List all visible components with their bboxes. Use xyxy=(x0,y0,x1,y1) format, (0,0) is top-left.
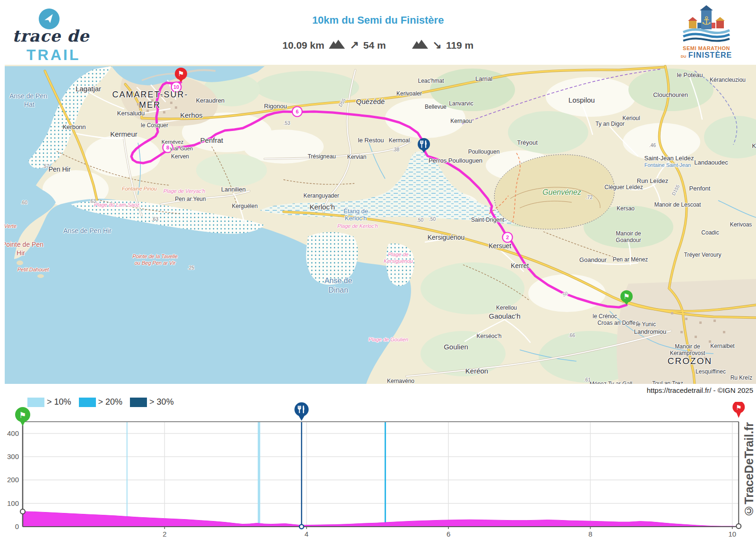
y-tick: 0 xyxy=(15,522,19,530)
svg-text:⚑: ⚑ xyxy=(178,69,184,78)
svg-text:10: 10 xyxy=(173,84,179,90)
svg-text:8: 8 xyxy=(166,145,169,150)
event-logo-line3: FINISTÈRE xyxy=(688,51,732,59)
km-marker-8: 8 xyxy=(163,143,173,153)
x-tick: 8 xyxy=(588,530,592,538)
km-marker-10: 10 xyxy=(172,82,181,92)
event-logo-art: ⚓ xyxy=(680,4,732,43)
event-logo-du: DU xyxy=(681,54,687,59)
descent-value: 119 m xyxy=(446,40,473,51)
event-logo-line1: SEMI MARATHON xyxy=(680,45,732,51)
ascent-arrow-icon: ↗ xyxy=(350,39,359,52)
x-tick: 4 xyxy=(305,530,309,538)
svg-text:⚑: ⚑ xyxy=(736,404,742,411)
svg-text:⚑: ⚑ xyxy=(623,292,629,300)
svg-text:⚑: ⚑ xyxy=(19,411,26,420)
semi-marathon-finistere-logo: ⚓ SEMI MARATHON DU FINISTÈRE xyxy=(680,4,732,63)
mountain-icon xyxy=(412,39,429,52)
elevation-area xyxy=(23,512,739,527)
svg-text:⚓: ⚓ xyxy=(701,14,712,27)
mountain-icon xyxy=(328,39,345,52)
y-tick: 400 xyxy=(7,429,19,437)
map-attribution: https://tracedetrail.fr/ - ©IGN 2025 xyxy=(647,386,753,394)
chart-start-flag: ⚑ xyxy=(15,407,30,426)
x-tick: 10 xyxy=(728,530,736,538)
svg-text:2: 2 xyxy=(506,234,509,240)
y-tick: 300 xyxy=(7,452,19,460)
x-tick: 6 xyxy=(447,530,450,538)
distance-value: 10.09 km xyxy=(283,40,325,51)
page-title: 10km du Semi du Finistère xyxy=(0,14,756,26)
y-tick: 100 xyxy=(7,499,19,507)
svg-text:6: 6 xyxy=(296,109,299,114)
descent-arrow-icon: ↘ xyxy=(433,39,442,52)
map-canvas: ⚑⚑10862 xyxy=(5,65,756,384)
chart-finish-pin: ⚑ xyxy=(732,402,745,418)
route-stats: 10.09 km ↗ 54 m ↘ 119 m xyxy=(0,39,756,52)
route-map[interactable]: ⚑⚑10862 LagatjarCAMARET-SUR-MERKeraudren… xyxy=(5,65,756,384)
trace-de-trail-page: trace de TRAIL 10km du Semi du Finistère… xyxy=(0,0,756,538)
km-marker-6: 6 xyxy=(292,107,302,117)
chart-watermark: ©TraceDeTrail.fr xyxy=(742,422,756,518)
x-tick: 2 xyxy=(163,530,166,538)
elevation-profile-chart[interactable]: 0100200300400246810⚑⚑ xyxy=(0,402,756,538)
ascent-value: 54 m xyxy=(363,40,386,51)
km-marker-2: 2 xyxy=(503,233,513,243)
chart-food-pin xyxy=(294,402,309,421)
y-tick: 200 xyxy=(7,476,19,484)
